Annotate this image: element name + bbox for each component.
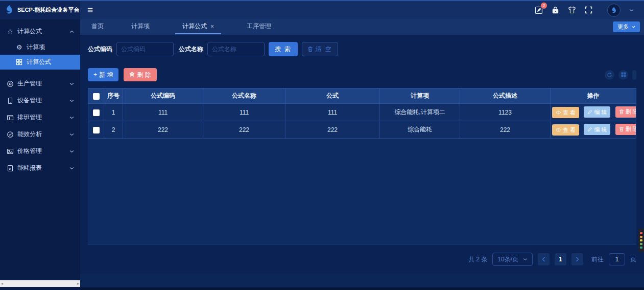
- current-page[interactable]: 1: [555, 253, 566, 265]
- view-button[interactable]: 查 看: [552, 124, 579, 136]
- more-label: 更多: [617, 23, 629, 31]
- view-label: 查 看: [563, 126, 576, 134]
- scroll-left-icon[interactable]: ◂: [1, 282, 3, 286]
- floating-color-palette-widget[interactable]: [638, 229, 644, 252]
- delete-button[interactable]: 删 除: [124, 68, 156, 81]
- table-toolbar: + 新 增 删 除: [88, 68, 636, 81]
- tab-close-icon[interactable]: ×: [210, 23, 214, 30]
- cell-calc-item: 综合能耗: [380, 121, 460, 139]
- sidebar-item-equipment[interactable]: 设备管理: [0, 92, 80, 109]
- formula-name-label: 公式名称: [179, 45, 203, 54]
- page-size-select[interactable]: 10条/页: [492, 253, 533, 266]
- row-delete-button[interactable]: 删 除: [615, 106, 636, 118]
- shirt-theme-icon[interactable]: [568, 6, 576, 14]
- add-button[interactable]: + 新 增: [88, 68, 118, 81]
- lock-icon[interactable]: [552, 6, 559, 14]
- sidebar-item-calc-formula[interactable]: 计算公式: [0, 55, 80, 70]
- page-footer-strip: [80, 274, 644, 287]
- trash-icon: [129, 72, 135, 78]
- cell-index: 2: [104, 121, 123, 139]
- user-avatar[interactable]: [607, 4, 621, 17]
- sidebar-item-scheduling[interactable]: 排班管理: [0, 109, 80, 126]
- sidebar-group-label: 计算公式: [17, 27, 42, 36]
- sidebar-item-label: 价格管理: [17, 147, 42, 155]
- sidebar-item-energy-report[interactable]: 能耗报表: [0, 160, 80, 176]
- sidebar-item-label: 计算项: [27, 43, 45, 52]
- edit-label: 编 辑: [594, 126, 607, 133]
- user-menu-chevron-icon[interactable]: [629, 9, 634, 12]
- search-button[interactable]: 搜 索: [269, 42, 298, 56]
- sidebar-item-label: 生产管理: [17, 79, 42, 88]
- refresh-icon[interactable]: [605, 70, 614, 80]
- chevron-down-icon: [69, 99, 74, 102]
- logo-swoosh-icon: [4, 5, 14, 15]
- more-tabs-button[interactable]: 更多: [613, 21, 640, 32]
- select-all-checkbox[interactable]: [93, 93, 100, 100]
- col-actions: 操作: [551, 88, 636, 104]
- view-label: 查 看: [563, 109, 576, 117]
- formula-table: 序号 公式编码 公式名称 公式 计算项 公式描述 操作 1: [88, 88, 636, 139]
- sidebar-item-calc-formula-group[interactable]: ☆ 计算公式: [0, 23, 80, 40]
- tab-home[interactable]: 首页: [89, 19, 106, 34]
- formula-code-label: 公式编码: [88, 45, 112, 54]
- fullscreen-icon[interactable]: [585, 6, 592, 14]
- chevron-down-icon: [631, 26, 635, 28]
- goto-page-input[interactable]: [609, 253, 625, 265]
- tab-label: 工序管理: [247, 22, 271, 31]
- sidebar: SECP-能耗综合业务平台 ☆ 计算公式 ⚙ 计算项 计算公式: [0, 0, 80, 290]
- row-checkbox[interactable]: [93, 109, 100, 116]
- message-edit-icon[interactable]: 2: [535, 6, 543, 14]
- table-row: 2 222 222 222 综合能耗 222 查 看 编 辑 删 除: [88, 121, 636, 139]
- edit-label: 编 辑: [594, 108, 607, 116]
- prev-page-button[interactable]: [538, 253, 550, 265]
- tab-calc-formula[interactable]: 计算公式 ×: [175, 19, 221, 34]
- chevron-right-icon: [576, 257, 579, 262]
- view-button[interactable]: 查 看: [552, 107, 579, 118]
- row-delete-button[interactable]: 删 除: [615, 124, 636, 135]
- cell-actions: 查 看 编 辑 删 除: [551, 104, 636, 121]
- palette-green-dot: [640, 243, 642, 245]
- gear-icon: ⚙: [15, 43, 23, 51]
- app-window: SECP-能耗综合业务平台 ☆ 计算公式 ⚙ 计算项 计算公式: [0, 0, 644, 290]
- table-tools: [605, 70, 636, 80]
- hamburger-menu-icon[interactable]: ≡: [87, 5, 93, 15]
- next-page-button[interactable]: [571, 253, 583, 265]
- tab-calc-item[interactable]: 计算项: [129, 19, 152, 34]
- cell-description: 1123: [460, 104, 551, 121]
- edit-button[interactable]: 编 辑: [584, 124, 610, 135]
- col-name: 公式名称: [203, 88, 285, 104]
- page-size-value: 10条/页: [497, 255, 518, 264]
- sidebar-item-label: 排班管理: [17, 113, 42, 122]
- app-logo: SECP-能耗综合业务平台: [0, 0, 80, 19]
- report-icon: [6, 165, 14, 172]
- trash-icon: [307, 46, 313, 52]
- row-checkbox[interactable]: [93, 127, 100, 133]
- select-all-cell: [88, 88, 104, 104]
- sidebar-item-production[interactable]: 生产管理: [0, 75, 80, 92]
- clear-button[interactable]: 清 空: [302, 42, 338, 56]
- cell-code: 111: [123, 104, 203, 121]
- scroll-right-icon[interactable]: ▸: [77, 282, 79, 286]
- formula-code-input[interactable]: [116, 42, 174, 56]
- sidebar-item-efficiency[interactable]: 能效分析: [0, 126, 80, 143]
- goto-suffix: 页: [630, 255, 636, 264]
- cell-formula: 222: [285, 121, 380, 139]
- column-settings-icon[interactable]: [618, 70, 628, 80]
- cell-name: 111: [203, 104, 285, 121]
- tab-process-mgmt[interactable]: 工序管理: [245, 19, 273, 34]
- sidebar-item-pricing[interactable]: 价格管理: [0, 143, 80, 160]
- sidebar-horizontal-scrollbar[interactable]: ◂ ▸: [0, 280, 80, 287]
- sidebar-item-label: 能耗报表: [17, 164, 42, 172]
- trash-icon: [619, 126, 624, 132]
- palette-teal-dot: [640, 247, 642, 249]
- eye-icon: [556, 110, 561, 115]
- pagination: 共 2 条 10条/页 1 前往 页: [88, 253, 636, 266]
- add-label: 新 增: [99, 71, 113, 79]
- panel-handle[interactable]: [632, 70, 636, 80]
- formula-name-input[interactable]: [207, 42, 265, 56]
- sidebar-item-calc-item[interactable]: ⚙ 计算项: [0, 40, 80, 55]
- delete-label: 删 除: [137, 71, 151, 79]
- tab-label: 计算项: [131, 22, 150, 31]
- edit-button[interactable]: 编 辑: [584, 106, 610, 118]
- eye-icon: [556, 128, 561, 132]
